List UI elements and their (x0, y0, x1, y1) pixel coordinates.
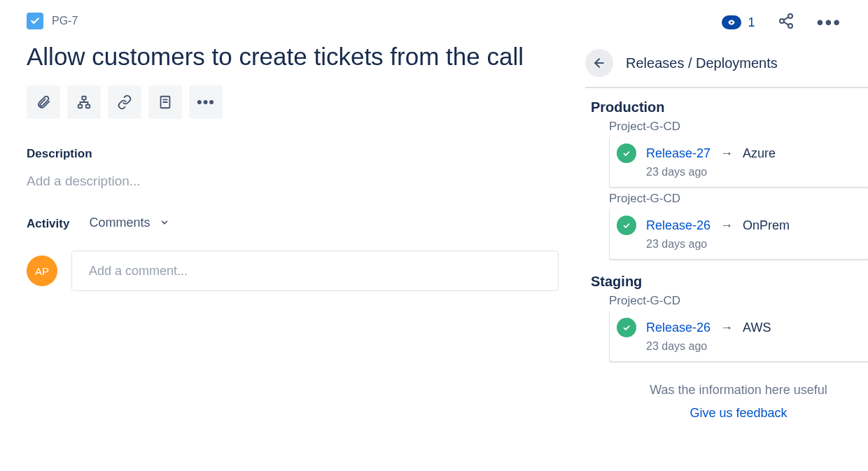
svg-line-3 (783, 17, 788, 20)
svg-rect-5 (82, 97, 86, 100)
feedback-link[interactable]: Give us feedback (609, 406, 868, 421)
arrow-icon: → (720, 321, 733, 335)
feedback-question: Was the information here useful (609, 383, 868, 398)
release-link[interactable]: Release-26 (646, 321, 710, 335)
content-toolbar: ••• (27, 85, 559, 119)
issue-key[interactable]: PG-7 (52, 15, 78, 27)
release-card[interactable]: Release-26 → OnPrem 23 days ago (609, 209, 868, 260)
arrow-icon: → (720, 146, 733, 161)
svg-line-4 (783, 22, 788, 24)
status-success-icon (617, 143, 636, 163)
release-link[interactable]: Release-26 (646, 218, 710, 233)
environment-block: Production Project-G-CD Release-27 → Azu… (585, 99, 868, 260)
description-input[interactable]: Add a description... (27, 174, 559, 189)
top-actions: 1 ••• (722, 13, 841, 32)
status-success-icon (617, 216, 636, 235)
user-avatar[interactable]: AP (27, 255, 57, 286)
release-row: Release-26 → OnPrem (617, 216, 868, 235)
release-time: 23 days ago (646, 340, 868, 353)
releases-panel: Releases / Deployments Production Projec… (585, 49, 868, 421)
environment-block: Staging Project-G-CD Release-26 → AWS 23… (585, 274, 868, 362)
activity-filter-dropdown[interactable]: Comments (89, 216, 169, 230)
feedback-section: Was the information here useful Give us … (609, 383, 868, 421)
release-row: Release-26 → AWS (617, 318, 868, 337)
attach-button[interactable] (27, 85, 60, 119)
release-target: AWS (743, 321, 771, 335)
link-button[interactable] (108, 85, 141, 119)
main-content: PG-7 Allow customers to create tickets f… (27, 13, 559, 291)
pipeline-name: Project-G-CD (609, 294, 868, 308)
svg-rect-7 (86, 105, 90, 108)
environment-name: Staging (591, 274, 868, 290)
release-card[interactable]: Release-26 → AWS 23 days ago (609, 311, 868, 362)
release-row: Release-27 → Azure (617, 143, 868, 163)
back-button[interactable] (585, 49, 613, 77)
svg-rect-6 (78, 105, 83, 108)
page-button[interactable] (148, 85, 182, 119)
status-success-icon (617, 318, 636, 337)
description-heading: Description (27, 147, 559, 161)
arrow-icon: → (720, 218, 733, 233)
watch-button[interactable]: 1 (722, 15, 755, 30)
activity-heading: Activity (27, 217, 69, 231)
more-actions-button[interactable]: ••• (817, 13, 841, 32)
share-button[interactable] (778, 13, 794, 32)
watch-icon (722, 15, 741, 29)
add-child-button[interactable] (67, 85, 101, 119)
activity-filter-label: Comments (89, 216, 150, 230)
release-target: Azure (743, 146, 776, 161)
activity-header: Activity Comments (27, 217, 559, 231)
issue-title[interactable]: Allow customers to create tickets from t… (27, 42, 559, 71)
breadcrumb[interactable]: PG-7 (27, 13, 559, 29)
pipeline-name: Project-G-CD (609, 192, 868, 206)
release-time: 23 days ago (646, 166, 868, 178)
toolbar-more-button[interactable]: ••• (189, 85, 223, 119)
comment-composer: AP Add a comment... (27, 251, 559, 291)
pipeline-name: Project-G-CD (609, 120, 868, 134)
issue-type-icon (27, 13, 43, 29)
environment-name: Production (591, 99, 868, 115)
watch-count: 1 (748, 15, 755, 30)
release-link[interactable]: Release-27 (646, 146, 710, 161)
panel-header: Releases / Deployments (585, 49, 868, 88)
release-target: OnPrem (743, 218, 790, 233)
panel-title: Releases / Deployments (626, 55, 778, 71)
release-card[interactable]: Release-27 → Azure 23 days ago (609, 136, 868, 188)
chevron-down-icon (160, 218, 169, 227)
release-time: 23 days ago (646, 238, 868, 251)
comment-input[interactable]: Add a comment... (71, 251, 559, 291)
